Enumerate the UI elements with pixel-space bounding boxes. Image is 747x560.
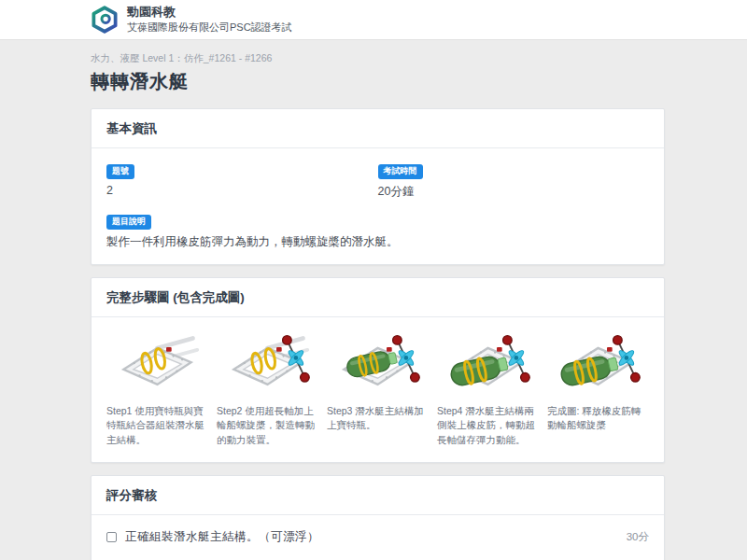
exam-page: 水力、液壓 Level 1：仿作_#1261 - #1266 轉轉潛水艇 基本資… [91, 52, 665, 560]
completed-image [547, 329, 649, 400]
scoring-card: 評分審核 正確組裝潛水艇主結構。（可漂浮） 30分 正確組裝潛水艇彈力動力結構 … [91, 475, 665, 560]
question-description-badge: 題目說明 [106, 215, 151, 230]
exam-time-badge: 考試時間 [378, 164, 423, 179]
scoring-card-title: 評分審核 [92, 476, 664, 515]
brand-block[interactable]: 勁園科教 艾葆國際股份有限公司PSC認證考試 [91, 5, 292, 35]
step-1-caption: Step1 使用寶特瓶與寶特瓶結合器組裝潛水艇主結構。 [106, 404, 208, 448]
step-4-figure: Step4 潛水艇主結構兩側裝上橡皮筋，轉動超長軸儲存彈力動能。 [437, 329, 539, 448]
step-2-caption: Step2 使用超長軸加上輪船螺旋槳，製造轉動的動力裝置。 [217, 404, 318, 448]
steps-card-title: 完整步驟圖 (包含完成圖) [92, 278, 664, 317]
breadcrumb: 水力、液壓 Level 1：仿作_#1261 - #1266 [91, 52, 665, 65]
question-number-field: 題號 2 [106, 161, 378, 200]
completed-figure: 完成圖: 釋放橡皮筋轉動輪船螺旋槳 [547, 329, 649, 448]
step-3-caption: Step3 潛水艇主結構加上寶特瓶。 [327, 404, 429, 434]
question-number-badge: 題號 [106, 164, 134, 179]
question-description-value: 製作一件利用橡皮筋彈力為動力，轉動螺旋槳的潛水艇。 [106, 234, 649, 250]
step-4-caption: Step4 潛水艇主結構兩側裝上橡皮筋，轉動超長軸儲存彈力動能。 [437, 404, 539, 448]
brand-name: 勁園科教 [127, 5, 292, 21]
scoring-checkbox-1[interactable] [106, 532, 117, 542]
step-2-image [217, 329, 318, 400]
step-3-figure: Step3 潛水艇主結構加上寶特瓶。 [327, 329, 429, 448]
step-3-image [327, 329, 429, 400]
scoring-score-1: 30分 [627, 530, 649, 544]
brand-logo-icon [91, 6, 119, 34]
step-2-figure: Step2 使用超長軸加上輪船螺旋槳，製造轉動的動力裝置。 [217, 329, 318, 448]
step-1-figure: Step1 使用寶特瓶與寶特瓶結合器組裝潛水艇主結構。 [106, 329, 208, 448]
exam-time-value: 20分鐘 [378, 184, 650, 200]
exam-time-field: 考試時間 20分鐘 [378, 161, 650, 200]
basic-info-card-title: 基本資訊 [92, 109, 664, 148]
brand-subtitle: 艾葆國際股份有限公司PSC認證考試 [127, 21, 292, 35]
app-header: 勁園科教 艾葆國際股份有限公司PSC認證考試 [0, 0, 747, 40]
steps-card: 完整步驟圖 (包含完成圖) Step1 使用寶特瓶與寶特瓶結合器組裝潛水艇主結構… [91, 277, 665, 463]
page-title: 轉轉潛水艇 [91, 69, 665, 94]
completed-caption: 完成圖: 釋放橡皮筋轉動輪船螺旋槳 [547, 404, 649, 434]
step-4-image [437, 329, 539, 400]
step-1-image [106, 329, 208, 400]
basic-info-card: 基本資訊 題號 2 考試時間 20分鐘 題目說明 製作一件利用橡皮筋彈力為動力，… [91, 108, 665, 265]
scoring-label-1: 正確組裝潛水艇主結構。（可漂浮） [125, 529, 319, 545]
scoring-row: 正確組裝潛水艇主結構。（可漂浮） 30分 [106, 521, 649, 553]
scoring-row: 正確組裝潛水艇彈力動力結構 30分 [106, 553, 649, 560]
question-description-field: 題目說明 製作一件利用橡皮筋彈力為動力，轉動螺旋槳的潛水艇。 [106, 211, 649, 250]
question-number-value: 2 [106, 184, 378, 197]
